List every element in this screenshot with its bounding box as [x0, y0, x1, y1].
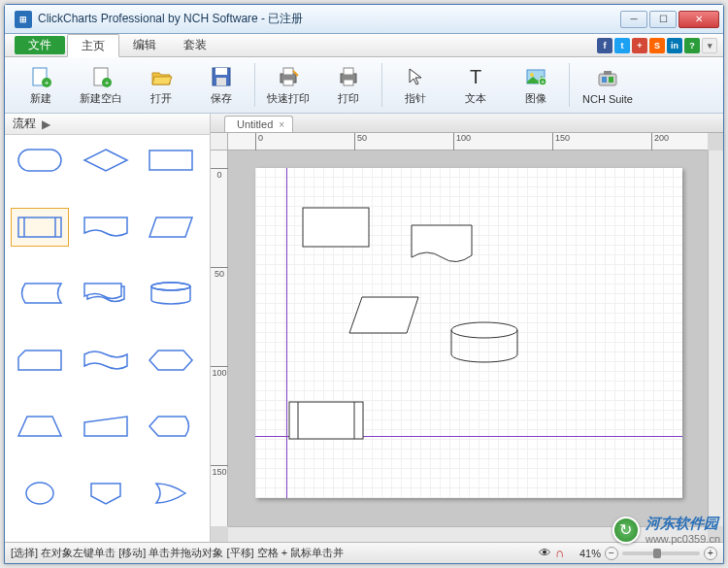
- open-icon: [149, 64, 174, 89]
- text-icon: T: [463, 64, 488, 89]
- svg-rect-7: [215, 68, 227, 75]
- dropdown-icon[interactable]: ▾: [702, 38, 717, 53]
- zoom-control: − +: [605, 547, 717, 560]
- shape-display[interactable]: [142, 407, 200, 446]
- ruler-horizontal[interactable]: 0 50 100 150 200: [228, 133, 708, 150]
- shape-sidebar: 流程 ▶: [5, 114, 211, 542]
- zoom-slider[interactable]: [622, 551, 700, 555]
- menu-home[interactable]: 主页: [67, 34, 119, 57]
- nchsuite-icon: [595, 66, 620, 91]
- new-button[interactable]: + 新建: [11, 59, 71, 111]
- zoom-handle[interactable]: [653, 549, 661, 558]
- ruler-corner: [211, 133, 228, 150]
- shape-multi-document[interactable]: [77, 274, 135, 313]
- text-button[interactable]: T 文本: [446, 59, 506, 111]
- nchsuite-button[interactable]: NCH Suite: [573, 59, 643, 111]
- shape-document[interactable]: [77, 208, 135, 247]
- close-button[interactable]: ✕: [678, 11, 719, 28]
- scrollbar-vertical[interactable]: [708, 150, 723, 526]
- social-icons: f t + S in ? ▾: [597, 34, 723, 56]
- svg-rect-20: [599, 74, 616, 85]
- shape-parallelogram[interactable]: [142, 208, 200, 247]
- newblank-button[interactable]: + 新建空白: [71, 59, 131, 111]
- scrollbar-horizontal[interactable]: [228, 526, 708, 542]
- shape-hexagon[interactable]: [142, 341, 200, 380]
- new-icon: +: [28, 64, 53, 89]
- minimize-button[interactable]: ─: [620, 11, 647, 28]
- titlebar: ⊞ ClickCharts Professional by NCH Softwa…: [5, 5, 723, 34]
- app-window: ⊞ ClickCharts Professional by NCH Softwa…: [4, 4, 724, 564]
- shape-trapezoid[interactable]: [11, 407, 69, 446]
- svg-rect-11: [283, 80, 293, 85]
- svg-rect-10: [283, 68, 293, 75]
- chevron-right-icon: ▶: [42, 117, 50, 131]
- zoom-out-button[interactable]: −: [605, 547, 618, 560]
- facebook-icon[interactable]: f: [597, 38, 612, 53]
- google-icon[interactable]: +: [632, 38, 647, 53]
- tab-untitled[interactable]: Untitled ×: [224, 116, 293, 132]
- pointer-icon: [403, 64, 428, 89]
- svg-rect-24: [18, 150, 61, 171]
- main-body: 流程 ▶: [5, 114, 723, 542]
- open-button[interactable]: 打开: [131, 59, 191, 111]
- canvas-shape-rect[interactable]: [302, 207, 370, 248]
- shape-rounded-rect[interactable]: [11, 141, 69, 180]
- shape-predefined[interactable]: [11, 208, 69, 247]
- shape-manual-input[interactable]: [77, 407, 135, 446]
- canvas-shape-predefined[interactable]: [288, 401, 364, 440]
- svg-rect-25: [149, 150, 192, 170]
- svg-rect-14: [344, 80, 353, 85]
- menu-suite[interactable]: 套装: [170, 34, 220, 56]
- print-button[interactable]: 打印: [318, 59, 379, 111]
- guide-vertical[interactable]: [286, 168, 287, 498]
- zoom-value: 41%: [579, 548, 601, 559]
- newblank-icon: +: [88, 64, 114, 89]
- menu-edit[interactable]: 编辑: [119, 34, 170, 56]
- document-tabs: Untitled ×: [211, 114, 723, 133]
- shape-palette: [5, 135, 210, 542]
- canvas-shape-parallelogram[interactable]: [348, 296, 420, 335]
- svg-rect-13: [344, 68, 353, 75]
- canvas-page[interactable]: [255, 168, 682, 498]
- tab-close-icon[interactable]: ×: [279, 119, 284, 130]
- shape-cylinder[interactable]: [142, 274, 200, 313]
- canvas-shape-cylinder[interactable]: [449, 321, 519, 364]
- menu-file[interactable]: 文件: [15, 36, 65, 54]
- image-button[interactable]: + 图像: [506, 59, 566, 111]
- pointer-button[interactable]: 指针: [385, 59, 446, 111]
- shape-rectangle[interactable]: [142, 141, 200, 180]
- svg-rect-8: [216, 78, 226, 85]
- canvas-viewport[interactable]: [228, 150, 708, 526]
- stumble-icon[interactable]: S: [649, 38, 665, 53]
- svg-rect-21: [604, 71, 612, 75]
- sidebar-header[interactable]: 流程 ▶: [5, 114, 210, 135]
- linkedin-icon[interactable]: in: [667, 38, 682, 53]
- help-icon[interactable]: ?: [684, 38, 700, 53]
- twitter-icon[interactable]: t: [614, 38, 630, 53]
- shape-card[interactable]: [11, 341, 69, 380]
- shape-tape[interactable]: [77, 341, 135, 380]
- svg-text:T: T: [470, 66, 481, 87]
- maximize-button[interactable]: ☐: [649, 11, 677, 28]
- shape-circle[interactable]: [11, 474, 69, 513]
- save-button[interactable]: 保存: [191, 59, 251, 111]
- canvas-area: Untitled × 0 50 100 150 200 0 50 100 150: [211, 114, 723, 542]
- save-icon: [209, 64, 234, 89]
- menubar: 文件 主页 编辑 套装 f t + S in ? ▾: [5, 34, 723, 57]
- shape-or-gate[interactable]: [142, 474, 200, 513]
- snap-icon[interactable]: ∩: [555, 546, 564, 560]
- shape-off-page[interactable]: [77, 474, 135, 513]
- window-title: ClickCharts Professional by NCH Software…: [38, 11, 620, 27]
- shape-diamond[interactable]: [77, 141, 135, 180]
- zoom-in-button[interactable]: +: [704, 547, 717, 560]
- app-icon: ⊞: [15, 11, 32, 28]
- toolbar: + 新建 + 新建空白 打开 保存 快速打印 打印 指针 T: [5, 57, 723, 114]
- statusbar: [选择] 在对象左键单击 [移动] 单击并拖动对象 [平移] 空格 + 鼠标单击…: [5, 542, 723, 563]
- quickprint-button[interactable]: 快速打印: [258, 59, 318, 111]
- svg-point-33: [451, 322, 517, 338]
- svg-rect-23: [609, 77, 613, 83]
- shape-stored-data[interactable]: [11, 274, 69, 313]
- canvas-shape-document[interactable]: [411, 224, 473, 267]
- ruler-vertical[interactable]: 0 50 100 150: [211, 150, 228, 526]
- visibility-icon[interactable]: 👁: [539, 546, 551, 560]
